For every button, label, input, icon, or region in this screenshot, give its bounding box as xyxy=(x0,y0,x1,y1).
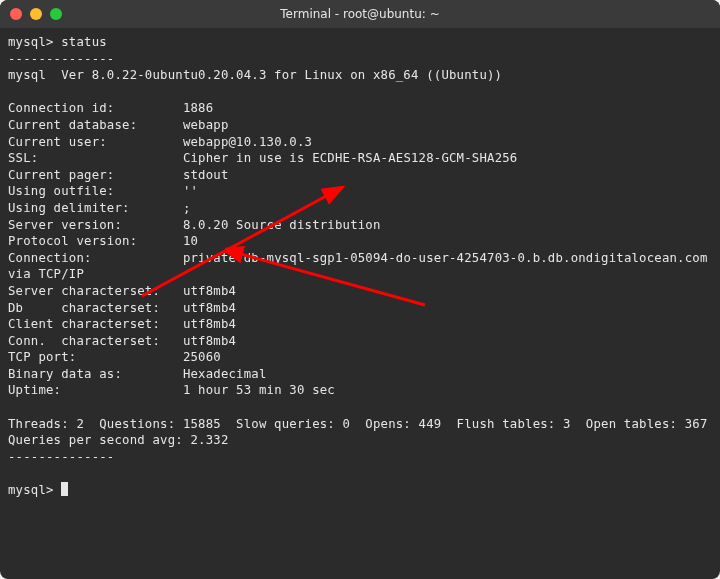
row-server-version: Server version: 8.0.20 Source distributi… xyxy=(8,218,381,232)
row-connection-id: Connection id: 1886 xyxy=(8,101,213,115)
row-uptime: Uptime: 1 hour 53 min 30 sec xyxy=(8,383,335,397)
row-tcp-port: TCP port: 25060 xyxy=(8,350,221,364)
cursor-icon xyxy=(61,482,68,496)
close-icon[interactable] xyxy=(10,8,22,20)
command: status xyxy=(61,35,107,49)
row-conn-charset: Conn. characterset: utf8mb4 xyxy=(8,334,236,348)
row-ssl: SSL: Cipher in use is ECDHE-RSA-AES128-G… xyxy=(8,151,517,165)
row-server-charset: Server characterset: utf8mb4 xyxy=(8,284,236,298)
divider: -------------- xyxy=(8,52,114,66)
terminal-window: Terminal - root@ubuntu: ~ mysql> status … xyxy=(0,0,720,579)
row-using-delimiter: Using delimiter: ; xyxy=(8,201,191,215)
row-client-charset: Client characterset: utf8mb4 xyxy=(8,317,236,331)
version-line: mysql Ver 8.0.22-0ubuntu0.20.04.3 for Li… xyxy=(8,68,502,82)
row-current-pager: Current pager: stdout xyxy=(8,168,229,182)
prompt: mysql> xyxy=(8,35,54,49)
row-protocol-version: Protocol version: 10 xyxy=(8,234,198,248)
row-connection: Connection: private-db-mysql-sgp1-05094-… xyxy=(8,251,715,282)
row-db-charset: Db characterset: utf8mb4 xyxy=(8,301,236,315)
window-title: Terminal - root@ubuntu: ~ xyxy=(0,7,720,21)
prompt: mysql> xyxy=(8,483,54,497)
window-controls xyxy=(0,8,62,20)
row-current-user: Current user: webapp@10.130.0.3 xyxy=(8,135,312,149)
row-current-database: Current database: webapp xyxy=(8,118,229,132)
minimize-icon[interactable] xyxy=(30,8,42,20)
divider: -------------- xyxy=(8,450,114,464)
terminal-content[interactable]: mysql> status -------------- mysql Ver 8… xyxy=(0,28,720,579)
maximize-icon[interactable] xyxy=(50,8,62,20)
row-binary-data: Binary data as: Hexadecimal xyxy=(8,367,267,381)
titlebar: Terminal - root@ubuntu: ~ xyxy=(0,0,720,28)
row-using-outfile: Using outfile: '' xyxy=(8,184,198,198)
summary-line: Threads: 2 Questions: 15885 Slow queries… xyxy=(8,417,720,448)
